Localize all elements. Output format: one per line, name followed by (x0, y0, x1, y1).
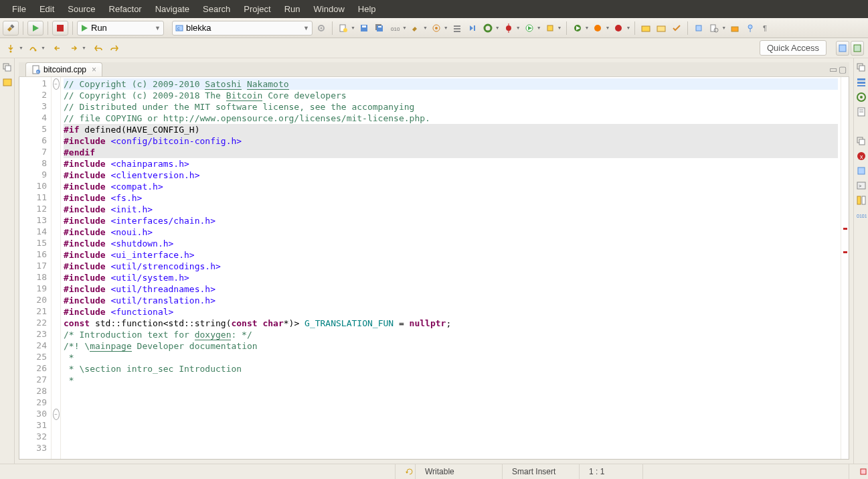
run-green-dropdown-icon[interactable] (523, 21, 536, 35)
menu-edit[interactable]: Edit (33, 3, 61, 15)
menu-navigate[interactable]: Navigate (149, 3, 196, 15)
svg-rect-35 (657, 26, 665, 31)
debug-dropdown-icon[interactable] (571, 21, 584, 35)
menu-file[interactable]: File (5, 3, 33, 15)
coverage-icon[interactable] (543, 21, 557, 35)
properties-icon[interactable] (856, 195, 867, 206)
toolbox-icon[interactable] (728, 21, 742, 35)
target-icon[interactable] (430, 21, 443, 35)
svg-rect-64 (859, 139, 865, 145)
svg-rect-57 (857, 85, 865, 86)
menu-help[interactable]: Help (351, 3, 383, 15)
forward-icon[interactable] (67, 42, 80, 55)
stop-button[interactable] (52, 21, 68, 36)
save-icon[interactable] (357, 21, 371, 35)
menu-refactor[interactable]: Refactor (102, 3, 149, 15)
tasks-icon[interactable] (856, 165, 867, 176)
run-button[interactable] (27, 21, 44, 36)
svg-point-17 (435, 27, 438, 29)
svg-rect-14 (378, 26, 381, 27)
perspective-open-icon[interactable] (836, 41, 849, 56)
menu-window[interactable]: Window (307, 3, 351, 15)
line-ruler: 1234567891011121314151617181920212223242… (19, 77, 52, 459)
menu-project[interactable]: Project (237, 3, 277, 15)
target-green-icon[interactable] (856, 92, 867, 102)
new-dropdown-icon[interactable] (337, 21, 350, 35)
svg-point-7 (321, 27, 323, 29)
svg-marker-1 (33, 25, 39, 31)
svg-rect-2 (57, 25, 64, 31)
skip-icon[interactable] (466, 21, 479, 35)
project-combo[interactable]: c blekka ▼ (172, 21, 313, 36)
svg-text:x: x (860, 153, 863, 160)
profile-orange-icon[interactable] (591, 21, 604, 35)
perspective-cpp-icon[interactable] (851, 41, 864, 56)
gear-green-icon[interactable] (481, 21, 495, 35)
console-icon[interactable]: > (856, 180, 867, 191)
minimize-icon[interactable]: ▭ (829, 64, 837, 74)
svg-marker-73 (406, 472, 408, 474)
code-content[interactable]: // Copyright (c) 2009-2010 Satoshi Nakam… (61, 77, 841, 459)
svg-point-40 (748, 25, 752, 29)
hammer-dropdown-icon[interactable] (409, 21, 422, 35)
close-tab-icon[interactable]: × (92, 65, 96, 74)
sync-icon[interactable] (405, 467, 414, 476)
task-list-icon[interactable] (856, 107, 867, 117)
status-writable: Writable (425, 467, 454, 476)
svg-rect-36 (696, 25, 701, 31)
paragraph-icon[interactable]: ¶ (759, 21, 772, 35)
hammer-button[interactable] (3, 21, 19, 36)
svg-point-32 (594, 25, 601, 31)
nav-back-icon[interactable] (92, 42, 105, 55)
tree-icon[interactable] (2, 77, 13, 88)
binary-view-icon[interactable]: 0101 (856, 210, 867, 220)
fold-ruler: −− (52, 77, 61, 459)
tab-bar: c bitcoind.cpp × ▭ ▢ (19, 62, 849, 77)
run-config-combo[interactable]: Run ▼ (77, 21, 164, 36)
quick-access-input[interactable]: Quick Access (760, 40, 827, 56)
left-gutter (0, 58, 15, 464)
tab-bitcoind[interactable]: c bitcoind.cpp × (25, 62, 102, 76)
folder-open-icon[interactable] (655, 21, 668, 35)
svg-rect-45 (839, 45, 846, 52)
svg-text:>: > (859, 184, 861, 188)
step-into-icon[interactable] (4, 42, 17, 55)
status-mode: Smart Insert (512, 467, 555, 476)
problems-icon[interactable]: x (856, 151, 867, 161)
back-icon[interactable] (51, 42, 64, 55)
svg-point-33 (615, 25, 622, 31)
code-editor[interactable]: 1234567891011121314151617181920212223242… (19, 77, 849, 460)
doc-gear-icon[interactable] (707, 21, 721, 35)
check-icon[interactable] (670, 21, 683, 35)
gear-icon[interactable] (315, 21, 328, 35)
svg-rect-22 (474, 25, 475, 31)
tip-icon[interactable] (859, 467, 868, 476)
menu-search[interactable]: Search (196, 3, 237, 15)
editor-area: c bitcoind.cpp × ▭ ▢ 1234567891011121314… (15, 58, 853, 464)
svg-marker-21 (470, 25, 473, 31)
menu-source[interactable]: Source (61, 3, 102, 15)
list-icon[interactable] (450, 21, 464, 35)
menu-run[interactable]: Run (278, 3, 307, 15)
bug-red-icon[interactable] (502, 21, 515, 35)
run-config-label: Run (91, 23, 107, 33)
svg-text:c: c (177, 26, 180, 31)
step-over-icon[interactable] (26, 42, 39, 55)
pin-icon[interactable] (744, 21, 757, 35)
folder-star-icon[interactable] (639, 21, 653, 35)
secondary-toolbar: ▼ ▼ ▼ Quick Access (0, 38, 868, 58)
restore2-icon[interactable] (856, 136, 867, 147)
outline-icon[interactable] (856, 77, 867, 88)
svg-text:c: c (37, 70, 39, 74)
overview-ruler[interactable] (841, 77, 849, 459)
restore-icon[interactable] (2, 62, 13, 73)
restore-right-icon[interactable] (856, 62, 867, 73)
nav-forward-icon[interactable] (108, 42, 121, 55)
edit-icon[interactable] (692, 21, 705, 35)
binary-icon[interactable]: 010 (388, 21, 402, 35)
save-all-icon[interactable] (373, 21, 386, 35)
stop-red-icon[interactable] (612, 21, 625, 35)
svg-rect-71 (862, 196, 865, 204)
tab-label: bitcoind.cpp (44, 65, 86, 74)
maximize-icon[interactable]: ▢ (839, 64, 847, 74)
